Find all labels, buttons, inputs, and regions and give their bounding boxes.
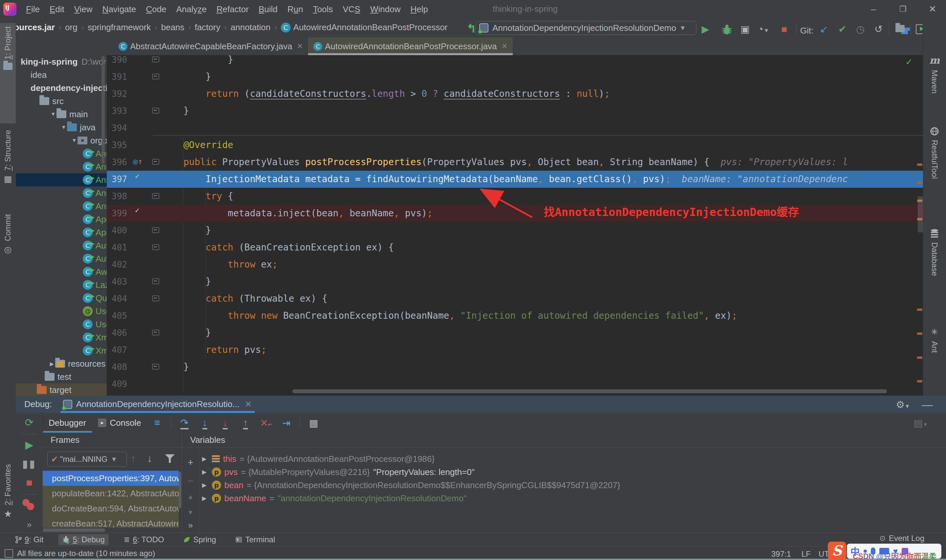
filter-icon[interactable] [165,454,175,463]
gutter[interactable] [133,207,151,220]
line-number[interactable]: 394 [107,120,127,137]
toolwindow-button-9-git[interactable]: 9: Git [11,534,47,545]
project-structure-icon[interactable] [895,25,904,32]
tree-expand-icon[interactable]: ▼ [50,111,57,117]
sogou-logo-icon[interactable]: S [828,542,846,560]
fold-marker-icon[interactable] [152,159,159,165]
tree-expand-icon[interactable]: ▶ [202,468,212,475]
frames-scrollbar[interactable] [179,472,181,508]
close-icon[interactable]: ✕ [297,42,303,51]
fold-marker-icon[interactable] [152,108,159,114]
line-number[interactable]: 409 [107,375,127,392]
line-number[interactable]: 393 [107,102,127,120]
menu-item-refactor[interactable]: Refactor [211,3,254,15]
drop-frame-icon[interactable]: ✕⌐ [260,417,272,429]
line-number[interactable]: 410 [107,392,127,395]
move-down-icon[interactable]: ▼ [182,509,199,516]
debugger-layout-icon[interactable]: ≡ [151,417,163,428]
toolwindow-button-5-debug[interactable]: 5: Debug [59,534,108,545]
move-up-icon[interactable]: ▲ [182,493,199,501]
close-button[interactable]: ✕ [921,2,944,16]
line-number[interactable]: 390 [107,55,127,68]
restore-button[interactable]: ❐ [892,2,914,16]
menu-item-tools[interactable]: Tools [308,3,338,15]
menu-item-navigate[interactable]: Navigate [97,3,141,15]
tree-row[interactable]: ▼org.xiaoge.t [16,134,107,147]
tree-row[interactable]: C▶Annotati [16,200,107,213]
step-into-icon[interactable]: ↓ [199,417,211,428]
debug-session-tab[interactable]: AnnotationDependencyInjectionResolutio..… [63,395,252,413]
frame-row[interactable]: doCreateBean:594, AbstractAutowireCapabl… [43,501,179,516]
step-over-icon[interactable]: ↷ [179,417,191,428]
sidebar-item-favorites[interactable]: 2: Favorites★ [0,461,16,540]
frame-row[interactable]: postProcessProperties:397, AutowiredAnno… [43,471,179,486]
remove-watch-icon[interactable]: − [182,475,199,486]
profiler-button[interactable]: ◔▼ [758,24,769,36]
editor-scrollbar[interactable] [918,196,923,232]
stop-debug-icon[interactable]: ■ [16,477,43,489]
more-icon[interactable]: » [16,520,43,530]
editor-hscrollbar[interactable] [292,389,887,393]
sidebar-item-database[interactable]: Database [923,228,946,276]
vcs-update-icon[interactable]: ↙ [820,24,828,35]
tree-row[interactable]: idea [16,68,107,82]
fold-marker-icon[interactable] [152,57,159,62]
tree-expand-icon[interactable]: ▶ [49,361,55,367]
pause-icon[interactable]: ▮▮ [16,458,43,470]
line-number[interactable]: 400 [107,222,127,239]
toolwindow-button-terminal[interactable]: Terminal [231,534,279,545]
breadcrumb-item[interactable]: annotation [231,22,270,32]
menu-item-analyze[interactable]: Analyze [171,3,211,15]
line-ending[interactable]: LF [801,549,811,559]
minimize-button[interactable]: – [862,2,885,16]
tree-row[interactable]: C▶Annotati [16,173,107,186]
tree-row[interactable]: C▶Annotati [16,147,107,160]
line-number[interactable]: 408 [107,358,127,375]
more-icon[interactable]: » [182,520,199,531]
frame-row[interactable]: populateBean:1422, AbstractAutowireCapab… [43,486,179,501]
breadcrumb-item[interactable]: factory [195,22,220,32]
line-number[interactable]: 407 [107,342,127,358]
frame-down-icon[interactable]: ↓ [147,453,152,464]
editor-tab[interactable]: CAbstractAutowireCapableBeanFactory.java… [113,37,308,55]
variable-row[interactable]: ▶pbean= {AnnotationDependencyInjectionRe… [202,478,946,492]
fold-marker-icon[interactable] [152,295,159,302]
tree-row[interactable]: C▶ApiDepe [16,226,107,239]
tree-row[interactable]: C▶Annotati [16,160,107,173]
tree-expand-icon[interactable]: ▼ [60,125,67,130]
layout-settings-icon[interactable]: ▤▼ [914,417,925,429]
override-icon[interactable]: ◎↑ [133,157,143,166]
line-number[interactable]: 399 [107,205,127,222]
run-configuration-select[interactable]: AnnotationDependencyInjectionResolutionD… [476,21,696,35]
variable-row[interactable]: ▶this= {AutowiredAnnotationBeanPostProce… [202,452,946,465]
run-button[interactable]: ▶ [702,24,709,35]
menu-item-vcs[interactable]: VCS [338,3,365,15]
breadcrumb-item[interactable]: springframework [88,22,151,32]
fold-marker-icon[interactable] [152,278,159,284]
tree-row[interactable]: C▶Autowirin [16,239,107,252]
tree-row[interactable]: C▶XmlDepe [16,331,107,344]
line-number[interactable]: 397 [107,171,127,188]
line-number[interactable]: 395 [107,137,127,154]
line-number[interactable]: 404 [107,290,127,307]
resume-icon[interactable]: ▶ [16,438,43,451]
tree-row[interactable]: C▶XmlDepe [16,344,107,357]
close-icon[interactable]: ✕ [501,42,507,51]
tree-row[interactable]: ▼java [16,121,107,134]
menu-item-file[interactable]: File [21,3,45,15]
fold-marker-icon[interactable] [152,244,159,250]
code-editor[interactable]: 390 }391 }392 return (candidateConstruct… [107,55,923,395]
add-watch-icon[interactable]: + [182,457,199,468]
breadcrumb-item[interactable]: org [65,22,77,32]
toolwindow-button-6-todo[interactable]: ≣6: TODO [120,534,168,545]
rollback-icon[interactable]: ↺ [874,24,883,35]
menu-item-window[interactable]: Window [365,3,405,15]
inspections-ok-icon[interactable]: ✓ [906,56,912,67]
breadcrumb[interactable]: E-sources.jar›org›springframework›beans›… [1,22,448,32]
editor-tab[interactable]: CAutowiredAnnotationBeanPostProcessor.ja… [308,37,513,55]
line-number[interactable]: 396 [107,154,127,171]
tree-expand-icon[interactable]: ▼ [71,137,77,143]
variable-row[interactable]: ▶ppvs= {MutablePropertyValues@2216} "Pro… [202,465,946,478]
gear-icon[interactable]: ⚙▼ [896,399,910,410]
line-number[interactable]: 401 [107,239,127,256]
